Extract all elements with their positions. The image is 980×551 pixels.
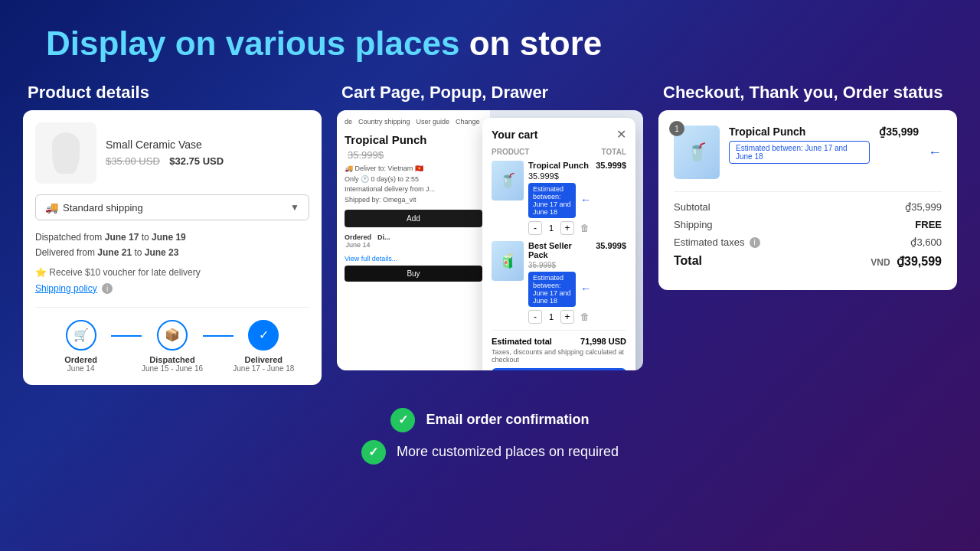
- cart-item-1: 🥤 Tropical Punch 35.999$ Estimated betwe…: [492, 161, 626, 235]
- cart-title: Your cart: [492, 129, 537, 141]
- store-dis-label: Di...: [377, 233, 390, 241]
- product-name: Small Ceramic Vase: [106, 139, 224, 151]
- delivered-to: June 23: [145, 247, 179, 258]
- timeline-ordered: 🛒 Ordered June 14: [35, 320, 126, 373]
- voucher-line: ⭐ Receive $10 voucher for late delivery: [35, 267, 309, 278]
- taxes-value: ₫3,600: [910, 236, 942, 248]
- dispatched-date: June 15 - June 16: [126, 364, 217, 373]
- dispatch-from: June 17: [105, 232, 139, 243]
- cart-item-2: 🧃 Best Seller Pack 35.999$ Estimated bet…: [492, 241, 626, 324]
- total-value-group: VND ₫39,599: [871, 254, 942, 269]
- checkout-item-image: 1 🥤: [674, 126, 720, 179]
- item2-image: 🧃: [492, 241, 524, 281]
- timeline: 🛒 Ordered June 14 📦 Dispatched June 15 -…: [35, 307, 309, 373]
- delete-icon-1[interactable]: 🗑: [580, 223, 590, 233]
- item1-image: 🥤: [492, 161, 524, 201]
- qty-value-1: 1: [545, 223, 557, 233]
- checkout-section: Checkout, Thank you, Order status 1 🥤 Tr…: [658, 83, 957, 385]
- info-icon: i: [102, 283, 113, 294]
- ordered-label: Ordered: [35, 355, 126, 364]
- item-badge: 1: [669, 121, 684, 136]
- item2-name: Best Seller Pack: [528, 241, 591, 259]
- est-total-value: 71,998 USD: [580, 337, 626, 346]
- cart-popup: Your cart ✕ PRODUCT TOTAL 🥤 Tropical Pun…: [482, 118, 635, 370]
- shipping-policy-link[interactable]: Shipping policy: [35, 283, 97, 294]
- checkout-button[interactable]: Check out: [492, 368, 626, 370]
- arrow-icon-2: ←: [580, 282, 591, 295]
- dispatched-icon: 📦: [157, 320, 188, 350]
- item1-estimated-badge: Estimated between:June 17 and June 18: [528, 183, 576, 218]
- bottom-item-2: ✓ More customized places on required: [361, 440, 619, 465]
- title-regular: on store: [469, 24, 603, 62]
- bottom-item-1: ✓ Email order confirmation: [390, 408, 589, 432]
- checkout-section-label: Checkout, Thank you, Order status: [658, 83, 957, 103]
- price-new: $32.75 USD: [169, 155, 224, 167]
- header: Display on various places on store: [0, 0, 980, 75]
- cards-row: Product details Small Ceramic Vase $35.0…: [0, 75, 980, 393]
- qty-decrease-2[interactable]: -: [528, 310, 542, 324]
- dispatch-info: Dispatched from June 17 to June 19 Deliv…: [35, 230, 309, 261]
- store-small-text: 🚚 Deliver to: Vietnam 🇻🇳 Only 🕐 0 day(s)…: [345, 164, 482, 205]
- delete-icon-2[interactable]: 🗑: [580, 311, 590, 322]
- item2-estimated-badge: Estimated between:June 17 and June 18: [528, 272, 576, 307]
- est-total-label: Estimated total: [492, 337, 552, 346]
- price-old: $35.00 USD: [106, 155, 160, 167]
- delivered-label: Delivered: [218, 355, 309, 364]
- cart-section-label: Cart Page, Popup, Drawer: [337, 83, 643, 103]
- store-ordered-label: Ordered: [345, 233, 371, 241]
- buy-btn[interactable]: Buy: [345, 266, 482, 282]
- store-product-price: 35.999$: [345, 149, 482, 161]
- item2-controls: - 1 + 🗑: [528, 310, 591, 324]
- qty-increase-2[interactable]: +: [560, 310, 574, 324]
- subtotal-row: Subtotal ₫35,999: [674, 201, 942, 213]
- checkout-item-row: 1 🥤 Tropical Punch Estimated between: Ju…: [674, 126, 942, 179]
- nav-country: Country shipping: [358, 118, 410, 126]
- product-details-label: Product details: [23, 83, 322, 103]
- taxes-label: Estimated taxes: [674, 236, 745, 248]
- est-total-row: Estimated total 71,998 USD: [492, 337, 626, 346]
- nav-change: Change: [456, 118, 480, 126]
- col-product: PRODUCT: [492, 148, 529, 156]
- dispatched-label: Dispatched: [126, 355, 217, 364]
- add-to-cart-btn[interactable]: Add: [345, 210, 482, 227]
- shipping-select[interactable]: 🚚 Standard shipping ▼: [35, 194, 309, 220]
- checkout-card: 1 🥤 Tropical Punch Estimated between: Ju…: [658, 110, 957, 290]
- delivered-from: June 21: [97, 247, 132, 258]
- checkout-item-price: ₫35,999: [879, 126, 919, 138]
- total-label: Total: [674, 254, 702, 269]
- bottom-section: ✓ Email order confirmation ✓ More custom…: [0, 393, 980, 465]
- item2-price-old: 35.999$: [528, 261, 556, 269]
- check-icon-1: ✓: [390, 408, 415, 432]
- arrow-icon-1: ←: [580, 194, 591, 206]
- item1-total: 35.999$: [596, 161, 626, 170]
- main-title: Display on various places on store: [46, 24, 934, 63]
- taxes-label-group: Estimated taxes i: [674, 236, 760, 248]
- close-icon[interactable]: ✕: [616, 127, 626, 142]
- item1-details: Tropical Punch 35.999$ Estimated between…: [528, 161, 591, 235]
- cart-background: de Country shipping User guide Change Tr…: [337, 110, 643, 370]
- shipping-label: Shipping: [674, 219, 713, 230]
- bottom-label-1: Email order confirmation: [426, 412, 589, 428]
- shipping-label: Standard shipping: [63, 202, 143, 214]
- checkout-arrow-icon: ←: [928, 145, 942, 161]
- ordered-date: June 14: [35, 364, 126, 373]
- store-nav: de Country shipping User guide Change: [345, 118, 482, 126]
- bottom-label-2: More customized places on required: [397, 444, 619, 460]
- view-details-link[interactable]: View full details...: [345, 255, 482, 262]
- qty-decrease-1[interactable]: -: [528, 221, 542, 235]
- checkout-summary: Subtotal ₫35,999 Shipping FREE Estimated…: [674, 191, 942, 269]
- qty-increase-1[interactable]: +: [560, 221, 574, 235]
- title-highlight: Display on various places: [46, 24, 459, 62]
- ordered-icon: 🛒: [66, 320, 96, 350]
- check-icon-2: ✓: [361, 440, 386, 465]
- product-image: [35, 122, 96, 184]
- checkout-item-info: Tropical Punch Estimated between: June 1…: [729, 126, 870, 164]
- shipping-flag: 🚚: [45, 201, 58, 214]
- timeline-delivered: ✓ Delivered June 17 - June 18: [218, 320, 309, 373]
- shipping-value: FREE: [915, 219, 942, 230]
- cart-popup-header: Your cart ✕: [492, 127, 626, 142]
- nav-de: de: [345, 118, 352, 126]
- item2-details: Best Seller Pack 35.999$ Estimated betwe…: [528, 241, 591, 324]
- store-ordered-date: June 14: [345, 241, 371, 249]
- product-info: Small Ceramic Vase $35.00 USD $32.75 USD: [106, 139, 224, 168]
